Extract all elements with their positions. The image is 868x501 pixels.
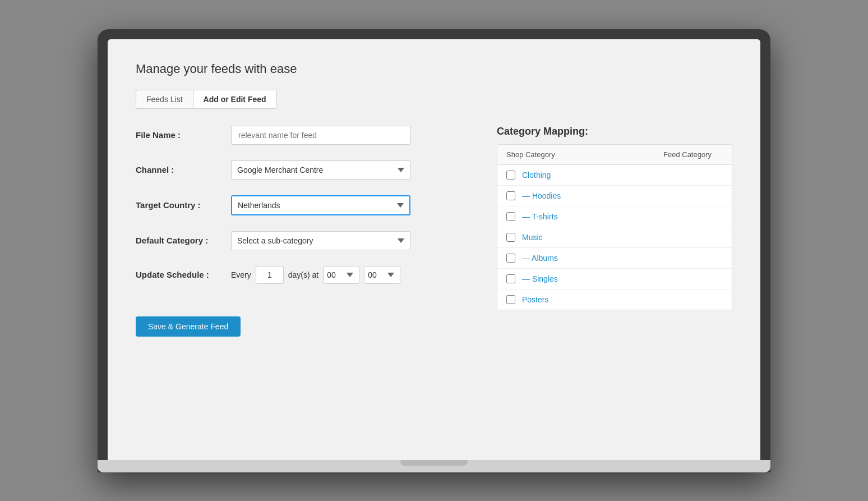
laptop-frame: Manage your feeds with ease Feeds List A… <box>98 29 770 472</box>
target-country-wrap: Netherlands Germany France United Kingdo… <box>231 195 474 215</box>
channel-wrap: Google Merchant Centre Bing Facebook Ama… <box>231 160 474 180</box>
channel-label: Channel : <box>136 165 231 174</box>
file-name-row: File Name : <box>136 126 474 145</box>
feed-category-header: Feed Category <box>663 150 712 159</box>
checkbox-music[interactable] <box>506 233 515 242</box>
update-schedule-wrap: Every day(s) at 00 01 06 12 18 <box>231 266 474 284</box>
schedule-minute-select[interactable]: 00 15 30 45 <box>364 266 400 284</box>
tab-add-edit-feed[interactable]: Add or Edit Feed <box>193 90 277 109</box>
every-text: Every <box>231 270 251 279</box>
tab-feeds-list[interactable]: Feeds List <box>136 90 193 109</box>
laptop-screen: Manage your feeds with ease Feeds List A… <box>108 39 760 460</box>
file-name-label: File Name : <box>136 130 231 140</box>
target-country-row: Target Country : Netherlands Germany Fra… <box>136 195 474 215</box>
save-generate-button[interactable]: Save & Generate Feed <box>136 316 241 337</box>
main-layout: File Name : Channel : Google Merchant Ce… <box>136 126 732 337</box>
update-schedule-controls: Every day(s) at 00 01 06 12 18 <box>231 266 474 284</box>
checkbox-tshirts[interactable] <box>506 212 515 221</box>
default-category-label: Default Category : <box>136 236 231 245</box>
default-category-wrap: Select a sub-category Clothing Music Pos… <box>231 231 474 250</box>
category-name-posters: Posters <box>522 295 723 304</box>
channel-row: Channel : Google Merchant Centre Bing Fa… <box>136 160 474 180</box>
days-at-text: day(s) at <box>288 270 318 279</box>
checkbox-clothing[interactable] <box>506 171 515 180</box>
category-row-tshirts: — T-shirts <box>497 206 732 227</box>
screen-content: Manage your feeds with ease Feeds List A… <box>108 39 760 365</box>
category-row-albums: — Albums <box>497 248 732 269</box>
update-schedule-label: Update Schedule : <box>136 270 231 279</box>
category-row-music: Music <box>497 227 732 248</box>
form-section: File Name : Channel : Google Merchant Ce… <box>136 126 474 337</box>
checkbox-posters[interactable] <box>506 295 515 304</box>
shop-category-header: Shop Category <box>506 150 555 159</box>
checkbox-singles[interactable] <box>506 274 515 283</box>
category-name-singles: — Singles <box>522 274 723 283</box>
category-name-hoodies: — Hoodies <box>522 191 723 200</box>
category-section: Category Mapping: Shop Category Feed Cat… <box>497 126 732 337</box>
target-country-label: Target Country : <box>136 200 231 210</box>
default-category-row: Default Category : Select a sub-category… <box>136 231 474 250</box>
category-name-clothing: Clothing <box>522 171 723 180</box>
category-name-music: Music <box>522 233 723 242</box>
file-name-wrap <box>231 126 474 145</box>
checkbox-hoodies[interactable] <box>506 191 515 200</box>
category-name-tshirts: — T-shirts <box>522 212 723 221</box>
target-country-select[interactable]: Netherlands Germany France United Kingdo… <box>231 195 410 215</box>
file-name-input[interactable] <box>231 126 410 145</box>
schedule-days-input[interactable] <box>256 266 284 284</box>
category-table-header: Shop Category Feed Category <box>497 145 732 165</box>
category-name-albums: — Albums <box>522 254 723 263</box>
default-category-select[interactable]: Select a sub-category Clothing Music Pos… <box>231 231 410 250</box>
schedule-hour-select[interactable]: 00 01 06 12 18 <box>323 266 359 284</box>
laptop-base <box>98 460 770 472</box>
tab-bar: Feeds List Add or Edit Feed <box>136 90 732 109</box>
category-row-posters: Posters <box>497 289 732 310</box>
checkbox-albums[interactable] <box>506 254 515 263</box>
category-mapping-title: Category Mapping: <box>497 126 732 137</box>
update-schedule-row: Update Schedule : Every day(s) at 00 01 … <box>136 266 474 284</box>
channel-select[interactable]: Google Merchant Centre Bing Facebook Ama… <box>231 160 410 180</box>
category-row-singles: — Singles <box>497 269 732 289</box>
category-row-clothing: Clothing <box>497 165 732 186</box>
category-table: Shop Category Feed Category Clothing — H… <box>497 144 732 310</box>
page-title: Manage your feeds with ease <box>136 62 732 76</box>
category-row-hoodies: — Hoodies <box>497 186 732 206</box>
